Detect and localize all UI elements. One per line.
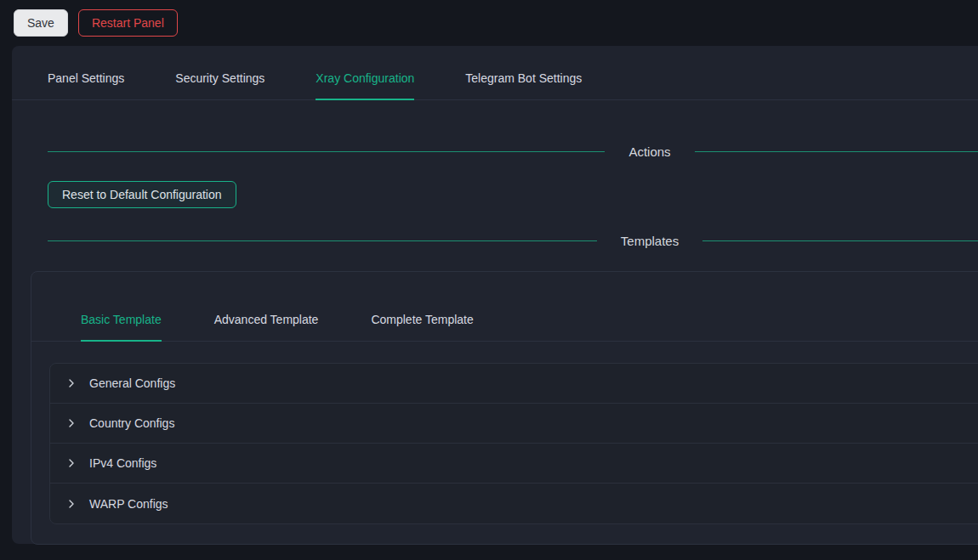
settings-tabs: Panel Settings Security Settings Xray Co… <box>12 71 978 100</box>
reset-default-configuration-button[interactable]: Reset to Default Configuration <box>48 181 236 208</box>
templates-divider-label: Templates <box>597 234 702 248</box>
collapse-header-country-configs[interactable]: Country Configs <box>50 404 978 444</box>
tab-panel-settings[interactable]: Panel Settings <box>48 71 124 100</box>
collapse-header-label: General Configs <box>89 376 175 390</box>
templates-divider: Templates <box>48 234 978 248</box>
tab-advanced-template[interactable]: Advanced Template <box>214 313 319 342</box>
templates-card: Basic Template Advanced Template Complet… <box>31 271 978 545</box>
tab-xray-configuration[interactable]: Xray Configuration <box>316 71 414 100</box>
divider-line-left <box>48 240 597 241</box>
collapse-header-ipv4-configs[interactable]: IPv4 Configs <box>50 444 978 484</box>
collapse-header-label: WARP Configs <box>89 497 168 511</box>
divider-line-right <box>695 151 978 152</box>
chevron-right-icon <box>66 458 77 468</box>
collapse-header-general-configs[interactable]: General Configs <box>50 364 978 404</box>
save-button[interactable]: Save <box>14 9 68 37</box>
tab-telegram-bot-settings[interactable]: Telegram Bot Settings <box>465 71 582 100</box>
actions-divider-label: Actions <box>605 144 694 159</box>
chevron-right-icon <box>66 378 77 388</box>
collapse-header-label: IPv4 Configs <box>89 456 156 470</box>
actions-divider: Actions <box>48 144 978 159</box>
top-action-bar: Save Restart Panel <box>0 0 978 46</box>
settings-card: Panel Settings Security Settings Xray Co… <box>12 46 978 544</box>
tab-complete-template[interactable]: Complete Template <box>371 313 473 342</box>
divider-line-left <box>48 151 605 152</box>
collapse-header-label: Country Configs <box>89 416 174 430</box>
collapse-header-warp-configs[interactable]: WARP Configs <box>50 484 978 523</box>
divider-line-right <box>702 240 978 241</box>
chevron-right-icon <box>66 499 77 509</box>
config-collapse-list: General Configs Country Configs IPv4 Con… <box>49 363 978 524</box>
restart-panel-button[interactable]: Restart Panel <box>78 9 178 37</box>
tab-basic-template[interactable]: Basic Template <box>81 313 162 342</box>
template-tabs: Basic Template Advanced Template Complet… <box>31 313 978 342</box>
chevron-right-icon <box>66 418 77 428</box>
tab-security-settings[interactable]: Security Settings <box>175 71 264 100</box>
